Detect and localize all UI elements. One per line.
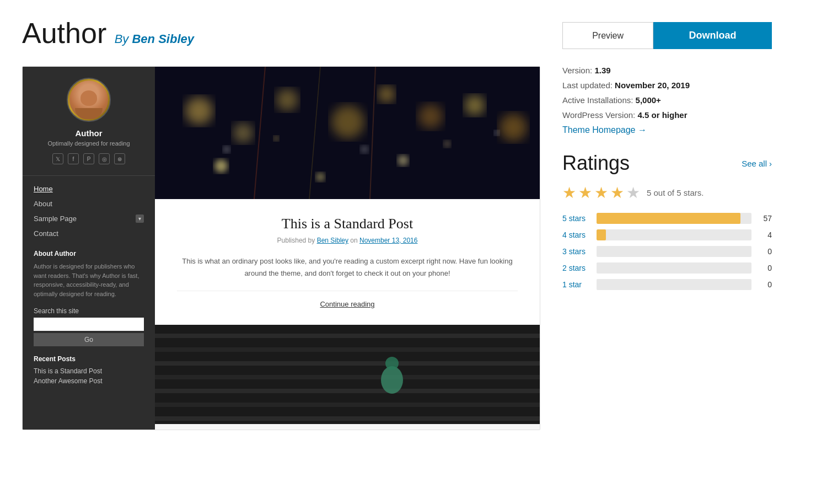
recent-post-1: This is a Standard Post (34, 367, 144, 375)
rating-count-2: 0 (758, 247, 772, 256)
svg-point-6 (378, 86, 395, 103)
facebook-icon: f (68, 153, 79, 164)
theme-homepage-link[interactable]: Theme Homepage → (562, 125, 647, 135)
ratings-section: Ratings See all › ★ ★ ★ ★ ★ 5 out of 5 s… (562, 152, 772, 290)
svg-point-30 (385, 357, 399, 370)
preview-button[interactable]: Preview (562, 22, 653, 49)
svg-point-8 (465, 95, 485, 115)
search-box: Search this site Go (23, 307, 155, 346)
active-installations-row: Active Installations: 5,000+ (562, 95, 772, 105)
sidebar-nav: Home About Sample Page ▾ Contact (23, 181, 155, 241)
theme-content: Featured Post (155, 67, 540, 430)
stars-text: 5 out of 5 stars. (647, 188, 704, 197)
rating-row-1: 4 stars4 (562, 229, 772, 240)
recent-posts-title: Recent Posts (34, 355, 144, 363)
svg-rect-21 (155, 325, 540, 424)
svg-point-7 (418, 104, 443, 128)
rating-row-3: 2 stars0 (562, 262, 772, 274)
right-section: Preview Download Version: 1.39 Last upda… (562, 17, 772, 430)
wp-version-row: WordPress Version: 4.5 or higher (562, 110, 772, 120)
svg-point-17 (273, 136, 279, 141)
rating-label-4[interactable]: 1 star (562, 280, 590, 289)
svg-point-19 (444, 141, 450, 147)
rating-count-1: 4 (758, 230, 772, 239)
svg-point-3 (233, 123, 253, 143)
theme-sidebar: Author Optimally designed for reading 𝕏 … (23, 67, 155, 430)
post-excerpt: This is what an ordinary post looks like… (177, 255, 518, 291)
second-post-image (155, 325, 540, 424)
rating-bar-fill-0 (597, 213, 740, 224)
rating-count-3: 0 (758, 264, 772, 272)
meta-info: Version: 1.39 Last updated: November 20,… (562, 66, 772, 135)
nav-item-home[interactable]: Home (34, 181, 144, 196)
sidebar-tagline: Optimally designed for reading (47, 140, 130, 147)
svg-point-10 (214, 159, 228, 173)
rating-label-2[interactable]: 3 stars (562, 247, 590, 256)
theme-preview-frame: Author Optimally designed for reading 𝕏 … (22, 66, 540, 430)
see-all-link[interactable]: See all › (742, 159, 772, 168)
rating-label-0[interactable]: 5 stars (562, 214, 590, 223)
featured-post-image: Featured Post (155, 67, 540, 199)
search-label: Search this site (34, 307, 144, 315)
svg-point-18 (361, 146, 368, 153)
svg-point-12 (398, 155, 409, 166)
wp-version-value: 4.5 or higher (637, 110, 687, 120)
nav-item-about[interactable]: About (34, 196, 144, 211)
download-button[interactable]: Download (653, 22, 772, 49)
post-author-link[interactable]: Ben Sibley (317, 237, 348, 244)
about-section-text: Author is designed for publishers who wa… (34, 262, 144, 298)
rating-bar-fill-1 (597, 229, 606, 240)
pinterest-icon: P (83, 153, 94, 164)
nav-item-sample[interactable]: Sample Page ▾ (34, 211, 144, 226)
rating-bar-bg-2 (597, 246, 751, 257)
post-content-area: This is a Standard Post Published by Ben… (155, 199, 540, 325)
rating-bar-bg-3 (597, 262, 751, 274)
dropdown-arrow: ▾ (136, 215, 144, 223)
rating-row-4: 1 star0 (562, 279, 772, 290)
search-input[interactable] (34, 318, 144, 331)
author-credit: By Ben Sibley (115, 32, 194, 46)
ratings-header: Ratings See all › (562, 152, 772, 175)
star-3: ★ (594, 184, 608, 202)
svg-point-11 (316, 173, 325, 181)
rating-count-0: 57 (758, 214, 772, 223)
twitter-icon: 𝕏 (52, 153, 63, 164)
recent-posts: Recent Posts This is a Standard Post Ano… (23, 355, 155, 387)
instagram-icon: ◎ (99, 153, 110, 164)
nav-item-contact[interactable]: Contact (34, 226, 144, 241)
star-1: ★ (562, 184, 576, 202)
rating-count-4: 0 (758, 280, 772, 289)
sidebar-name: Author (75, 128, 102, 138)
post-meta: Published by Ben Sibley on November 13, … (177, 237, 518, 244)
last-updated-value: November 20, 2019 (615, 81, 690, 90)
rating-bars: 5 stars574 stars43 stars02 stars01 star0 (562, 213, 772, 290)
svg-point-2 (185, 97, 213, 125)
rating-bar-bg-0 (597, 213, 751, 224)
star-4: ★ (610, 184, 624, 202)
action-buttons: Preview Download (562, 22, 772, 49)
version-value: 1.39 (594, 66, 610, 75)
rating-bar-bg-1 (597, 229, 751, 240)
rating-label-3[interactable]: 2 stars (562, 264, 590, 272)
last-updated-row: Last updated: November 20, 2019 (562, 81, 772, 90)
rating-row-0: 5 stars57 (562, 213, 772, 224)
svg-point-20 (494, 130, 500, 136)
rating-row-2: 3 stars0 (562, 246, 772, 257)
ratings-title: Ratings (562, 152, 630, 175)
about-section: About Author Author is designed for publ… (23, 250, 155, 298)
svg-point-16 (223, 146, 230, 153)
left-section: Author By Ben Sibley Author Optimally de… (22, 17, 540, 430)
continue-reading-link[interactable]: Continue reading (177, 300, 518, 308)
author-name: Ben Sibley (132, 32, 194, 46)
svg-point-9 (500, 114, 527, 141)
rating-label-1[interactable]: 4 stars (562, 230, 590, 239)
stars-display: ★ ★ ★ ★ ★ 5 out of 5 stars. (562, 184, 772, 202)
svg-point-5 (331, 105, 364, 138)
post-date-link[interactable]: November 13, 2016 (359, 237, 417, 244)
rating-bar-bg-4 (597, 279, 751, 290)
star-2: ★ (578, 184, 592, 202)
rss-icon: ⊛ (114, 153, 125, 164)
version-row: Version: 1.39 (562, 66, 772, 75)
search-button[interactable]: Go (34, 333, 144, 346)
social-icons: 𝕏 f P ◎ ⊛ (52, 153, 125, 164)
